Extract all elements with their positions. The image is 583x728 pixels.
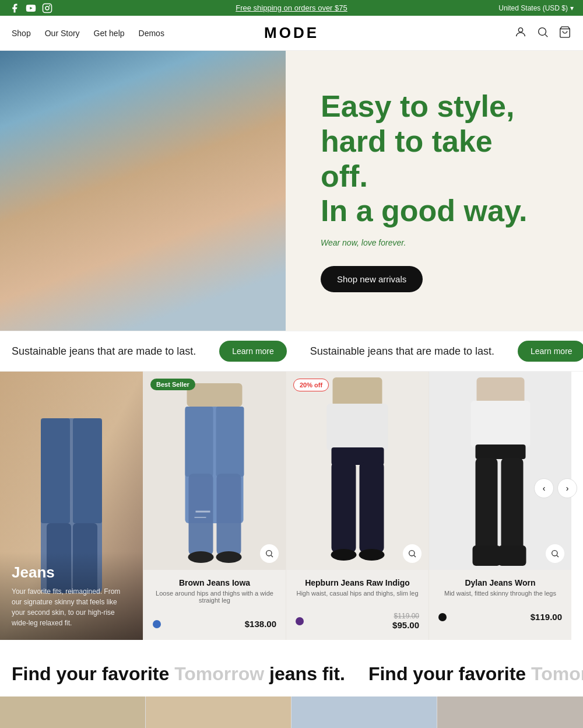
shipping-text[interactable]: Free shipping on orders over $75 bbox=[236, 4, 347, 12]
region-selector[interactable]: United States (USD $) ▾ bbox=[498, 4, 574, 12]
hero-heading: Easy to style, hard to take off. In a go… bbox=[321, 89, 548, 229]
svg-point-1 bbox=[45, 6, 49, 10]
product-name-1: Hepburn Jeans Raw Indigo bbox=[296, 578, 419, 587]
color-swatch-0[interactable] bbox=[153, 620, 161, 628]
svg-point-4 bbox=[539, 27, 546, 35]
svg-rect-37 bbox=[477, 377, 525, 404]
svg-point-2 bbox=[50, 5, 50, 6]
cart-icon[interactable] bbox=[559, 26, 571, 41]
jeans-fit-section: Find your favorite Tomorrow jeans fit. F… bbox=[0, 652, 583, 696]
hero-section: Easy to style, hard to take off. In a go… bbox=[0, 51, 583, 331]
svg-point-22 bbox=[188, 551, 214, 563]
color-swatch-1[interactable] bbox=[296, 617, 304, 625]
nav-demos[interactable]: Demos bbox=[139, 29, 164, 38]
bottom-image-2 bbox=[146, 696, 292, 728]
category-title: Jeans bbox=[12, 564, 131, 582]
search-icon[interactable] bbox=[536, 26, 549, 41]
svg-rect-41 bbox=[501, 458, 524, 557]
social-icons bbox=[9, 3, 52, 13]
zoom-button-2[interactable] bbox=[546, 544, 564, 563]
nav-shop[interactable]: Shop bbox=[12, 29, 31, 38]
category-description: Your favorite fits, reimagined. From our… bbox=[12, 586, 131, 628]
product-info-0: Brown Jeans Iowa Loose around hips and t… bbox=[143, 570, 286, 619]
bottom-image-3 bbox=[292, 696, 437, 728]
svg-point-34 bbox=[409, 551, 415, 556]
svg-rect-18 bbox=[189, 474, 213, 555]
product-footer-1: $119.00 $95.00 bbox=[286, 612, 429, 639]
svg-rect-9 bbox=[41, 418, 70, 523]
product-desc-1: High waist, casual hips and thighs, slim… bbox=[296, 590, 419, 597]
svg-rect-42 bbox=[473, 545, 501, 566]
product-info-2: Dylan Jeans Worn Mid waist, fitted skinn… bbox=[429, 570, 571, 612]
account-icon[interactable] bbox=[514, 26, 527, 41]
jeans-fit-inner: Find your favorite Tomorrow jeans fit. F… bbox=[0, 663, 583, 685]
products-section: Jeans Your favorite fits, reimagined. Fr… bbox=[0, 372, 583, 652]
product-footer-0: $138.00 bbox=[143, 619, 286, 638]
color-swatch-2[interactable] bbox=[438, 613, 447, 621]
product-price-0: $138.00 bbox=[245, 619, 276, 629]
product-card-2: Dylan Jeans Worn Mid waist, fitted skinn… bbox=[429, 372, 571, 640]
product-info-1: Hepburn Jeans Raw Indigo High waist, cas… bbox=[286, 570, 429, 612]
youtube-icon[interactable] bbox=[26, 3, 36, 13]
hero-content: Easy to style, hard to take off. In a go… bbox=[286, 51, 583, 331]
marquee-inner: Sustainable jeans that are made to last.… bbox=[0, 341, 583, 362]
learn-more-button-2[interactable]: Learn more bbox=[518, 341, 583, 362]
nav-right bbox=[514, 26, 571, 41]
product-name-2: Dylan Jeans Worn bbox=[438, 578, 562, 587]
svg-rect-30 bbox=[332, 462, 356, 552]
svg-rect-19 bbox=[217, 474, 241, 555]
svg-rect-14 bbox=[187, 383, 243, 407]
svg-rect-10 bbox=[73, 418, 102, 523]
svg-rect-17 bbox=[216, 407, 244, 477]
hero-cta-button[interactable]: Shop new arrivals bbox=[321, 266, 423, 292]
product-old-price-1: $119.00 bbox=[392, 612, 419, 620]
zoom-button-1[interactable] bbox=[403, 544, 422, 563]
facebook-icon[interactable] bbox=[9, 3, 20, 13]
svg-line-35 bbox=[414, 555, 416, 557]
product-badge-1: 20% off bbox=[293, 379, 329, 391]
svg-point-32 bbox=[331, 549, 357, 561]
svg-rect-27 bbox=[333, 377, 382, 407]
jeans-fit-text-2: Find your favorite Tomorrow jeans fit. bbox=[357, 663, 583, 685]
product-footer-2: $119.00 bbox=[429, 612, 571, 631]
svg-line-5 bbox=[545, 34, 547, 37]
svg-rect-0 bbox=[43, 4, 52, 12]
svg-rect-40 bbox=[476, 458, 498, 557]
marquee-section: Sustainable jeans that are made to last.… bbox=[0, 331, 583, 372]
learn-more-button[interactable]: Learn more bbox=[219, 341, 287, 362]
product-price-1: $95.00 bbox=[392, 620, 419, 630]
product-image-2 bbox=[429, 372, 571, 570]
svg-point-44 bbox=[552, 551, 557, 556]
marquee-text-1: Sustainable jeans that are made to last. bbox=[0, 345, 208, 358]
products-grid: Jeans Your favorite fits, reimagined. Fr… bbox=[0, 372, 583, 640]
hero-image bbox=[0, 51, 286, 331]
instagram-icon[interactable] bbox=[42, 3, 52, 13]
product-desc-2: Mid waist, fitted skinny through the leg… bbox=[438, 590, 562, 597]
svg-rect-16 bbox=[185, 407, 213, 477]
product-name-0: Brown Jeans Iowa bbox=[153, 578, 276, 587]
svg-rect-28 bbox=[327, 404, 388, 450]
product-price-2: $119.00 bbox=[531, 612, 562, 622]
bottom-images bbox=[0, 696, 583, 728]
product-card-1: 20% off Hepburn Jeans Raw Indigo High wa… bbox=[286, 372, 429, 640]
category-card-jeans[interactable]: Jeans Your favorite fits, reimagined. Fr… bbox=[0, 372, 143, 640]
bottom-image-1 bbox=[0, 696, 146, 728]
svg-rect-39 bbox=[476, 444, 526, 459]
carousel-prev-button[interactable]: ‹ bbox=[534, 478, 554, 498]
category-overlay: Jeans Your favorite fits, reimagined. Fr… bbox=[0, 552, 143, 640]
product-image-0: Best Seller bbox=[143, 372, 286, 570]
nav-our-story[interactable]: Our Story bbox=[45, 29, 80, 38]
svg-point-23 bbox=[216, 551, 242, 563]
svg-point-3 bbox=[518, 27, 522, 32]
carousel-next-button[interactable]: › bbox=[557, 478, 577, 498]
hero-subtext: Wear now, love forever. bbox=[321, 238, 548, 247]
svg-rect-31 bbox=[360, 462, 384, 552]
svg-line-25 bbox=[271, 555, 273, 557]
marquee-text-2: Sustainable jeans that are made to last. bbox=[298, 345, 506, 358]
zoom-button-0[interactable] bbox=[260, 544, 279, 563]
svg-rect-43 bbox=[498, 545, 526, 566]
product-image-1: 20% off bbox=[286, 372, 429, 570]
nav-get-help[interactable]: Get help bbox=[94, 29, 125, 38]
product-desc-0: Loose around hips and thighs with a wide… bbox=[153, 590, 276, 604]
site-logo[interactable]: MODE bbox=[264, 24, 319, 42]
